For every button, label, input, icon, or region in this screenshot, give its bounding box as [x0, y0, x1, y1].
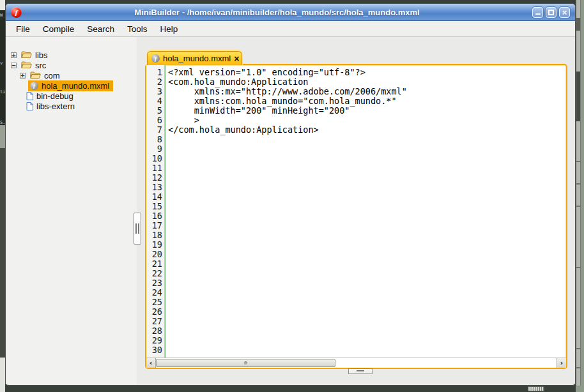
code-area[interactable]: <?xml version="1.0" encoding="utf-8"?><c… [166, 65, 565, 358]
background-scrollbar [576, 0, 584, 392]
code-line[interactable]: xmlns:mx="http://www.adobe.com/2006/mxml… [168, 87, 565, 96]
maximize-icon [548, 10, 554, 15]
background-fragment [0, 148, 5, 358]
code-line[interactable] [168, 307, 565, 317]
line-number: 18 [146, 230, 164, 240]
code-line[interactable] [168, 298, 565, 307]
maximize-button[interactable] [546, 7, 557, 18]
minimize-button[interactable] [532, 7, 543, 18]
tree-item-com[interactable]: +com [6, 70, 137, 80]
menu-help[interactable]: Help [154, 22, 185, 36]
scrollbar-grip-icon [244, 361, 247, 365]
code-line[interactable] [168, 202, 565, 211]
horizontal-splitter-handle[interactable] [348, 368, 373, 374]
line-number: 23 [146, 278, 164, 288]
folder-icon [30, 72, 41, 79]
code-line[interactable] [168, 144, 565, 154]
main-content: +libs−src+comfhola_mundo.mxmlbin-debugli… [6, 37, 575, 384]
code-line[interactable] [168, 317, 565, 326]
code-line[interactable]: </com.hola_mundo:Application> [168, 125, 565, 135]
line-number: 7 [146, 125, 164, 135]
code-line[interactable]: <?xml version="1.0" encoding="utf-8"?> [168, 68, 565, 77]
editor-panel: 1234567891011121314151617181920212223242… [145, 64, 567, 369]
line-number: 26 [146, 307, 164, 317]
line-number: 5 [146, 106, 164, 116]
tree-item-src[interactable]: −src [6, 60, 137, 70]
expand-icon[interactable]: + [20, 73, 26, 79]
menu-file[interactable]: File [10, 22, 36, 36]
tree-item-libs[interactable]: +libs [6, 50, 137, 60]
code-line[interactable] [168, 173, 565, 183]
app-icon: f [11, 7, 22, 18]
code-line[interactable]: <com.hola_mundo:Application [168, 77, 565, 87]
code-line[interactable] [168, 183, 565, 192]
line-number: 21 [146, 259, 164, 269]
close-button[interactable]: × [559, 7, 570, 18]
code-line[interactable] [168, 345, 565, 355]
code-line[interactable] [168, 135, 565, 144]
code-line[interactable] [168, 192, 565, 202]
code-line[interactable]: > [168, 116, 565, 125]
code-line[interactable] [168, 336, 565, 345]
code-line[interactable]: minWidth="200" minHeight="200" [168, 106, 565, 116]
line-number: 29 [146, 336, 164, 345]
background-fragment [0, 358, 5, 392]
code-line[interactable] [168, 163, 565, 173]
tree-item-libs-extern[interactable]: libs-extern [6, 101, 137, 111]
background-resize-grip [528, 386, 544, 391]
background-scrollbar-mark [576, 206, 580, 207]
tab-close-icon[interactable]: × [234, 54, 239, 63]
menu-search[interactable]: Search [81, 22, 121, 36]
expand-icon[interactable]: + [11, 52, 17, 58]
code-line[interactable]: xmlns:com.hola_mundo="com.hola_mundo.*" [168, 96, 565, 106]
background-text-fragment: v [0, 61, 5, 66]
titlebar[interactable]: f MiniBuilder - /home/ivan/minibuilder/h… [6, 4, 575, 21]
mxml-file-icon: f [30, 82, 38, 90]
code-line[interactable] [168, 221, 565, 230]
code-line[interactable] [168, 326, 565, 336]
editor-tab[interactable]: f hola_mundo.mxml × [147, 51, 242, 65]
mxml-file-icon: f [151, 54, 160, 63]
line-number: 22 [146, 269, 164, 278]
document-icon [26, 102, 33, 110]
window-title: MiniBuilder - /home/ivan/minibuilder/hol… [26, 8, 528, 17]
desktop: W v ti S. f MiniBuilder - /home/ivan/min… [0, 0, 584, 392]
tree-item-hola-mundo-mxml[interactable]: fhola_mundo.mxml [6, 80, 137, 91]
scroll-left-arrow-icon[interactable]: ‹ [146, 358, 156, 368]
menu-tools[interactable]: Tools [121, 22, 154, 36]
code-line[interactable] [168, 288, 565, 298]
folder-icon [21, 51, 32, 59]
line-number: 10 [146, 154, 164, 163]
code-line[interactable] [168, 269, 565, 278]
line-number-gutter: 1234567891011121314151617181920212223242… [146, 65, 164, 358]
tree-item-label: libs [35, 50, 48, 60]
background-text-fragment: W [0, 13, 5, 18]
menu-compile[interactable]: Compile [36, 22, 81, 36]
menubar: FileCompileSearchToolsHelp [6, 21, 575, 37]
line-number: 12 [146, 173, 164, 183]
code-line[interactable] [168, 259, 565, 269]
tree-item-label: com [44, 71, 60, 80]
scroll-right-arrow-icon[interactable]: › [557, 358, 566, 368]
line-number: 2 [146, 77, 164, 87]
code-line[interactable] [168, 154, 565, 163]
vertical-splitter-handle[interactable] [134, 213, 141, 245]
code-line[interactable] [168, 250, 565, 259]
folder-icon [21, 61, 32, 69]
line-number: 24 [146, 288, 164, 298]
horizontal-scrollbar-thumb[interactable] [156, 359, 335, 367]
line-number: 1 [146, 68, 164, 77]
line-number: 9 [146, 144, 164, 154]
code-line[interactable] [168, 230, 565, 240]
minibuilder-window: f MiniBuilder - /home/ivan/minibuilder/h… [5, 3, 576, 386]
line-number: 17 [146, 221, 164, 230]
horizontal-scrollbar[interactable]: ‹ › [146, 358, 566, 368]
code-line[interactable] [168, 211, 565, 221]
tree-item-bin-debug[interactable]: bin-debug [6, 91, 137, 101]
tree-item-label: hola_mundo.mxml [42, 81, 109, 91]
background-scrollbar-mark [576, 183, 580, 185]
collapse-icon[interactable]: − [11, 63, 17, 68]
line-number: 3 [146, 87, 164, 96]
code-line[interactable] [168, 278, 565, 288]
code-line[interactable] [168, 240, 565, 250]
